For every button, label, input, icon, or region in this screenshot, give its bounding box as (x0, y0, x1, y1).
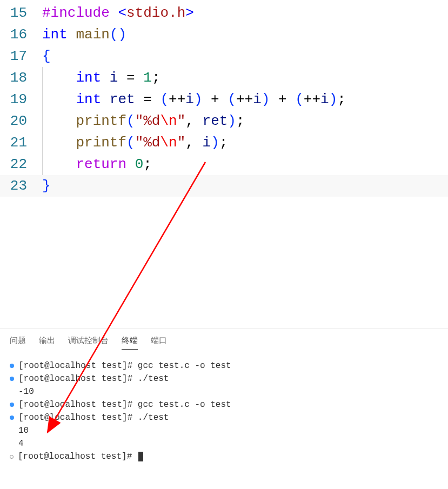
terminal-line: 4 (10, 437, 438, 450)
code-line[interactable]: 17 { (0, 45, 448, 67)
code-line[interactable]: 15 #include <stdio.h> (0, 2, 448, 24)
bullet-icon (10, 377, 14, 381)
code-content: printf("%d\n", i); (42, 132, 228, 153)
terminal-line: [root@localhost test]# gcc test.c -o tes… (10, 359, 438, 372)
code-content: int i = 1; (42, 67, 160, 89)
code-line[interactable]: 21 printf("%d\n", i); (0, 132, 448, 153)
code-content: { (42, 45, 51, 67)
code-line[interactable]: 20 printf("%d\n", ret); (0, 110, 448, 132)
tab-output[interactable]: 输出 (39, 333, 55, 350)
bullet-icon (10, 428, 14, 433)
code-line[interactable]: 23 } (0, 175, 448, 197)
terminal[interactable]: [root@localhost test]# gcc test.c -o tes… (0, 350, 448, 463)
bullet-icon (10, 364, 14, 368)
tab-terminal[interactable]: 终端 (122, 333, 138, 350)
line-number: 16 (0, 24, 42, 45)
code-content: #include <stdio.h> (42, 2, 194, 24)
line-number: 15 (0, 2, 42, 24)
line-number: 18 (0, 67, 42, 89)
code-editor[interactable]: 15 #include <stdio.h> 16 int main() 17 {… (0, 0, 448, 197)
tab-debug-console[interactable]: 调试控制台 (68, 333, 109, 350)
line-number: 23 (0, 175, 42, 197)
terminal-line: [root@localhost test]# gcc test.c -o tes… (10, 398, 438, 411)
code-content: printf("%d\n", ret); (42, 110, 245, 132)
tab-ports[interactable]: 端口 (151, 333, 167, 350)
terminal-line: 10 (10, 424, 438, 437)
bullet-icon (10, 441, 14, 446)
line-number: 17 (0, 45, 42, 67)
bullet-icon (10, 390, 14, 394)
bullet-icon (10, 455, 14, 459)
bullet-icon (10, 403, 14, 407)
code-line[interactable]: 22 return 0; (0, 153, 448, 175)
panel-tab-bar: 问题 输出 调试控制台 终端 端口 (0, 329, 448, 350)
code-line[interactable]: 19 int ret = (++i) + (++i) + (++i); (0, 89, 448, 110)
code-content: int ret = (++i) + (++i) + (++i); (42, 89, 346, 110)
code-line[interactable]: 18 int i = 1; (0, 67, 448, 89)
terminal-line: -10 (10, 385, 438, 398)
terminal-line: [root@localhost test]# ./test (10, 411, 438, 424)
terminal-line: [root@localhost test]# (10, 450, 438, 463)
terminal-cursor (138, 452, 143, 461)
line-number: 21 (0, 132, 42, 153)
code-content: } (42, 175, 51, 197)
bottom-panel: 问题 输出 调试控制台 终端 端口 [root@localhost test]#… (0, 329, 448, 489)
bullet-icon (10, 416, 14, 420)
terminal-line: [root@localhost test]# ./test (10, 372, 438, 385)
code-content: return 0; (42, 153, 152, 175)
code-content: int main() (42, 24, 126, 45)
tab-problems[interactable]: 问题 (10, 333, 26, 350)
code-line[interactable]: 16 int main() (0, 24, 448, 45)
line-number: 19 (0, 89, 42, 110)
line-number: 22 (0, 153, 42, 175)
line-number: 20 (0, 110, 42, 132)
